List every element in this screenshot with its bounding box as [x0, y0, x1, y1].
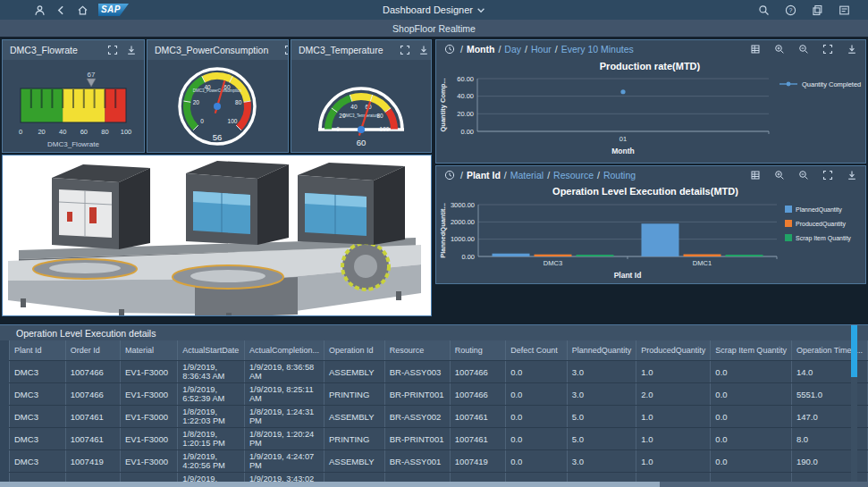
table-cell: 1/9/2019, 4:24:07 PM — [244, 450, 324, 473]
gauge-center-label: DMC3_Temperature — [343, 113, 380, 118]
column-header[interactable]: Scrap Item Quantity — [711, 340, 792, 361]
download-icon[interactable] — [126, 45, 137, 55]
column-header[interactable]: ActualCompletion... — [244, 340, 324, 361]
table-cell: 0.0 — [506, 406, 568, 428]
table-cell: BR-ASSY002 — [384, 406, 450, 428]
data-point[interactable] — [620, 89, 625, 94]
expand-icon[interactable] — [400, 45, 410, 55]
vertical-scrollbar-thumb[interactable] — [851, 325, 857, 377]
bar-dmc1-1[interactable] — [684, 254, 721, 256]
bar-dmc3-0[interactable] — [493, 254, 530, 256]
drilldown-icon[interactable] — [444, 44, 455, 55]
table-row[interactable]: DMC31007461EV1-F30001/8/2019, 1:20:15 PM… — [10, 428, 868, 450]
svg-text:20.00: 20.00 — [457, 110, 474, 118]
svg-text:0.00: 0.00 — [461, 253, 475, 261]
table-row[interactable]: DMC31007466EV1-F30001/9/2019, 6:52:39 AM… — [10, 383, 868, 406]
table-row[interactable]: DMC31007466EV1-F30001/9/2019, 8:36:43 AM… — [10, 361, 868, 383]
column-header[interactable]: ActualStartDate — [178, 340, 245, 361]
download-icon[interactable] — [847, 170, 857, 181]
column-header[interactable]: PlannedQuantity — [567, 340, 636, 361]
table-cell: BR-ASSY001 — [384, 450, 450, 473]
table-row[interactable]: DMC31007419EV1-F30001/9/2019, 4:20:56 PM… — [10, 450, 868, 473]
bar-dmc1-2[interactable] — [726, 255, 763, 256]
column-header[interactable]: Plant Id — [10, 340, 66, 361]
legend-label: ProducedQuantity — [796, 221, 847, 228]
horizontal-scrollbar-thumb[interactable] — [0, 482, 660, 487]
gauge-panel-flowrate: DMC3_Flowrate 67020406080100DMC3_Flowrat… — [2, 39, 145, 153]
breadcrumb-item-every-10-minutes[interactable]: Every 10 Minutes — [561, 44, 634, 55]
table-cell: 1007419 — [65, 450, 120, 473]
column-header[interactable]: Defect Count — [506, 340, 568, 361]
breadcrumb-item-routing[interactable]: Routing — [603, 170, 636, 181]
column-header[interactable]: Operation Id — [324, 340, 384, 361]
column-header[interactable]: ProducedQuantity — [636, 340, 711, 361]
expand-icon[interactable] — [822, 170, 833, 181]
breadcrumb-separator: / — [547, 170, 550, 181]
notes-icon[interactable] — [839, 4, 850, 16]
zoom-in-icon[interactable] — [774, 170, 785, 181]
svg-text:0: 0 — [336, 126, 340, 132]
column-header[interactable]: Routing — [450, 340, 505, 361]
zoom-out-icon[interactable] — [798, 44, 809, 55]
help-icon[interactable]: ? — [785, 4, 796, 16]
table-horizontal-scrollbar[interactable] — [0, 482, 868, 487]
table-cell: 0.0 — [506, 361, 568, 383]
table-cell: 1/9/2019, 6:52:39 AM — [178, 383, 245, 406]
zoom-in-icon[interactable] — [774, 44, 785, 55]
expand-icon[interactable] — [107, 45, 118, 55]
user-icon[interactable] — [34, 4, 46, 16]
bar-dmc1-0[interactable] — [642, 223, 679, 256]
svg-text:3000.00: 3000.00 — [451, 201, 475, 209]
svg-text:0: 0 — [200, 118, 204, 124]
bar-dmc3-2[interactable] — [577, 255, 614, 256]
page-subtitle: ShopFloor Realtime — [392, 23, 476, 34]
back-icon[interactable] — [55, 4, 67, 16]
breadcrumb-item-month[interactable]: Month — [467, 44, 495, 55]
breadcrumb-separator: / — [504, 170, 507, 181]
breadcrumb-item-material[interactable]: Material — [510, 170, 544, 181]
table-cell: DMC3 — [10, 406, 66, 428]
breadcrumb-item-day[interactable]: Day — [504, 44, 521, 55]
sap-logo[interactable]: SAP — [98, 4, 129, 16]
zoom-out-icon[interactable] — [798, 170, 809, 181]
app-title-menu[interactable]: Dashboard Designer — [383, 4, 485, 15]
table-row[interactable]: DMC31007461EV1-F30001/8/2019, 1:22:03 PM… — [10, 406, 868, 428]
table-cell: 1/9/2019, 4:20:56 PM — [178, 450, 245, 473]
gauge-panel-temperature: DMC3_Temperature 020406080100DMC3_Temper… — [291, 39, 432, 153]
table-cell: 1007461 — [450, 406, 505, 428]
y-axis-label: PlannedQuantit... — [439, 203, 447, 258]
gauge-marker — [87, 79, 96, 87]
copy-icon[interactable] — [812, 4, 823, 16]
search-icon[interactable] — [758, 4, 770, 16]
svg-text:2000.00: 2000.00 — [451, 218, 475, 226]
download-icon[interactable] — [418, 45, 429, 55]
drilldown-icon[interactable] — [444, 170, 455, 181]
svg-text:20: 20 — [193, 99, 200, 105]
breadcrumb-item-resource[interactable]: Resource — [553, 170, 594, 181]
table-cell: 3.0 — [567, 361, 636, 383]
table-view-icon[interactable] — [750, 44, 761, 55]
column-header[interactable]: Material — [120, 340, 177, 361]
table-cell: BR-PRINT001 — [384, 383, 450, 406]
table-view-icon[interactable] — [750, 170, 761, 181]
bar-dmc3-1[interactable] — [535, 255, 572, 256]
column-header[interactable]: Order Id — [65, 340, 120, 361]
table-cell: PRINTING — [324, 383, 384, 406]
breadcrumb-item-hour[interactable]: Hour — [531, 44, 552, 55]
svg-text:0.00: 0.00 — [460, 128, 474, 136]
column-header[interactable]: Resource — [384, 340, 450, 361]
gauge-value: 67 — [88, 71, 96, 79]
y-axis-label: Quantity Comp... — [439, 79, 447, 132]
table-cell: 0.0 — [711, 406, 792, 428]
download-icon[interactable] — [847, 44, 857, 55]
table-vertical-scrollbar[interactable] — [851, 325, 857, 483]
breadcrumb-item-plant-id[interactable]: Plant Id — [467, 170, 501, 181]
chart-title: Operation Level Execution details(MTD) — [552, 186, 738, 197]
topbar: SAP Dashboard Designer ? — [0, 0, 868, 20]
table-cell: 3.0 — [567, 383, 636, 406]
production-rate-chart-panel: /Month/Day/Hour/Every 10 Minutes Product… — [435, 39, 866, 164]
expand-icon[interactable] — [822, 44, 833, 55]
expand-icon[interactable] — [284, 45, 288, 55]
home-icon[interactable] — [77, 4, 88, 16]
table-cell: EV1-F3000 — [120, 450, 177, 473]
